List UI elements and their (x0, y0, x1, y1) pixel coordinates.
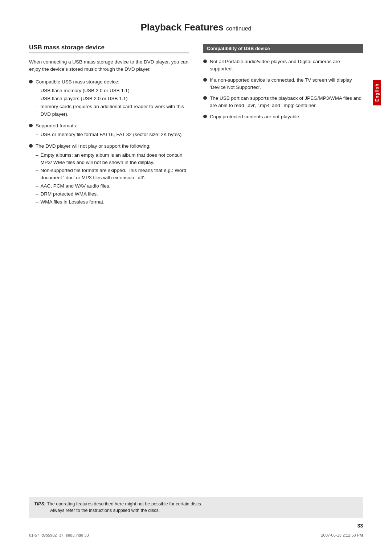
bullet-text: The DVD player will not play or support … (36, 143, 189, 206)
page-title: Playback Features continued (29, 22, 363, 33)
intro-text: When connecting a USB mass storage devic… (29, 58, 189, 73)
english-tab: English (373, 80, 381, 105)
column-left: USB mass storage device When connecting … (29, 44, 189, 210)
sub-list: –USB or memory file format FAT16, FAT 32… (36, 131, 189, 138)
bullet-text: Not all Portable audio/video players and… (210, 58, 363, 73)
bullet-text: Compatible USB mass storage device: –USB… (36, 78, 189, 119)
list-item: –USB flash memory (USB 2.0 or USB 1.1) (36, 87, 189, 94)
border-left (19, 22, 19, 532)
bullet-icon (203, 96, 207, 100)
bullet-text: Copy protected contents are not playable… (210, 113, 363, 120)
list-item: Not all Portable audio/video players and… (203, 58, 363, 73)
title-main: Playback Features (141, 22, 224, 33)
list-item: –USB or memory file format FAT16, FAT 32… (36, 131, 189, 138)
list-item: Supported formats: –USB or memory file f… (29, 122, 189, 139)
list-item: –Non-supported file formats are skipped.… (36, 167, 189, 182)
compat-heading: Compatibility of USB device (203, 44, 363, 53)
list-item: –WMA files in Lossless format. (36, 198, 189, 206)
bullet-text: The USB port can supports the playback o… (210, 95, 363, 110)
list-item: The DVD player will not play or support … (29, 143, 189, 206)
list-item: If a non-supported device is connected, … (203, 77, 363, 91)
bullet-icon (29, 124, 33, 127)
left-section-heading: USB mass storage device (29, 44, 189, 53)
list-item: –Empty albums: an empty album is an albu… (36, 152, 189, 167)
bullet-icon (203, 78, 207, 82)
footer-date: 2007-06-13 2:12:58 PM (321, 533, 363, 537)
sub-list: –Empty albums: an empty album is an albu… (36, 152, 189, 206)
footer-filename: 01-57_dvp5982_37_eng3.indd 33 (29, 533, 89, 537)
page-number: 33 (357, 523, 363, 529)
bullet-icon (203, 115, 207, 118)
list-item: Compatible USB mass storage device: –USB… (29, 78, 189, 119)
list-item: –memory cards (requires an additional ca… (36, 103, 189, 118)
list-item: –AAC, PCM and WAV audio files. (36, 182, 189, 190)
content-columns: USB mass storage device When connecting … (29, 44, 363, 210)
footer-tips: TIPS: The operating features described h… (29, 497, 363, 518)
left-bullet-list: Compatible USB mass storage device: –USB… (29, 78, 189, 207)
bullet-icon (29, 144, 33, 148)
tips-label: TIPS: (34, 501, 46, 506)
list-item: The USB port can supports the playback o… (203, 95, 363, 110)
bullet-icon (29, 80, 33, 83)
page: English Playback Features continued USB … (0, 0, 392, 554)
list-item: –USB flash players (USB 2.0 or USB 1.1) (36, 95, 189, 102)
right-bullet-list: Not all Portable audio/video players and… (203, 58, 363, 120)
list-item: Copy protected contents are not playable… (203, 113, 363, 120)
title-continued: continued (226, 25, 251, 32)
column-right: Compatibility of USB device Not all Port… (203, 44, 363, 210)
bullet-text: If a non-supported device is connected, … (210, 77, 363, 91)
bullet-icon (203, 59, 207, 63)
sub-list: –USB flash memory (USB 2.0 or USB 1.1) –… (36, 87, 189, 118)
list-item: –DRM protected WMA files. (36, 190, 189, 198)
tips-text2: Always refer to the instructions supplie… (50, 508, 160, 513)
bullet-text: Supported formats: –USB or memory file f… (36, 122, 189, 139)
tips-text1: The operating features described here mi… (47, 501, 202, 506)
